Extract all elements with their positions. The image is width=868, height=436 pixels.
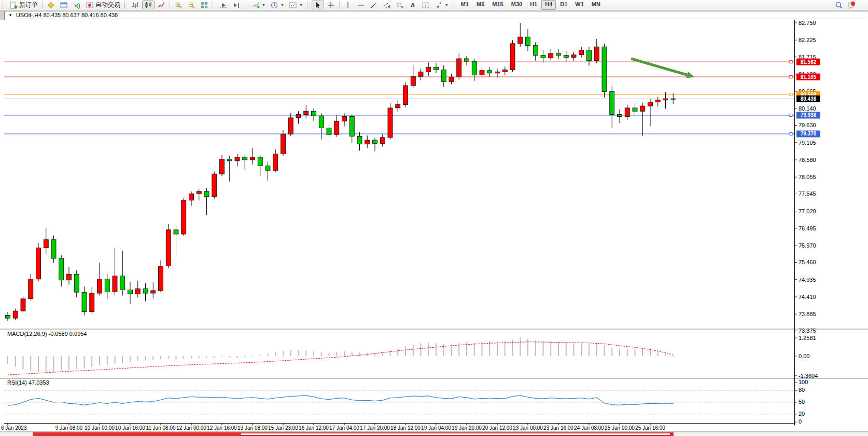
- svg-text:20 Jan 12:00: 20 Jan 12:00: [482, 425, 512, 431]
- chart-canvas[interactable]: 82.75082.22581.71581.19080.66580.14079.6…: [0, 20, 868, 431]
- auto-trading-label: 自动交易: [95, 1, 120, 9]
- text-icon: A: [409, 1, 417, 9]
- svg-text:13 Jan 08:00: 13 Jan 08:00: [237, 425, 268, 431]
- toolbar-grip[interactable]: [3, 2, 5, 9]
- auto-trading-icon: [86, 1, 94, 9]
- hline-handle[interactable]: [790, 132, 792, 135]
- svg-text:17 Jan 04:00: 17 Jan 04:00: [329, 425, 359, 431]
- bar-chart-mode-button[interactable]: [129, 1, 142, 9]
- timeframe-m30-button[interactable]: M30: [508, 0, 526, 10]
- svg-text:11 Jan 08:00: 11 Jan 08:00: [146, 425, 176, 431]
- timeframe-w1-button[interactable]: W1: [571, 0, 587, 10]
- crosshair-tool-button[interactable]: [325, 1, 337, 9]
- trendline-tool-button[interactable]: [368, 1, 380, 9]
- collapse-triangle-icon[interactable]: ▼: [8, 13, 12, 18]
- notifications-icon[interactable]: [847, 1, 856, 9]
- main-toolbar: 新订单 自动交易 ▼ ▼: [0, 0, 868, 10]
- svg-text:0.00: 0.00: [799, 353, 809, 359]
- auto-scroll-icon: [219, 1, 228, 9]
- auto-trading-button[interactable]: 自动交易: [83, 1, 122, 9]
- toolbar-separator: [42, 1, 43, 9]
- svg-text:78.055: 78.055: [799, 174, 816, 180]
- svg-text:20: 20: [799, 411, 805, 417]
- svg-text:19 Jan 20:00: 19 Jan 20:00: [452, 425, 482, 431]
- channel-tool-button[interactable]: E: [381, 1, 393, 9]
- chart-title: USOil-,H4 80.435 80.637 80.416 80.438: [16, 12, 118, 18]
- arrows-icon: [435, 1, 443, 9]
- signal-icon: [73, 1, 81, 9]
- auto-scroll-button[interactable]: [217, 1, 230, 9]
- svg-text:-1.3604: -1.3604: [799, 373, 818, 379]
- svg-text:1.2581: 1.2581: [799, 335, 816, 341]
- timeframes-menu-button[interactable]: ▼: [268, 1, 286, 9]
- timeframe-m5-button[interactable]: M5: [473, 0, 488, 10]
- toolbar-grip[interactable]: [124, 2, 127, 9]
- svg-text:50: 50: [799, 399, 805, 405]
- timeframe-m1-button[interactable]: M1: [457, 0, 472, 10]
- toolbar-grip[interactable]: [245, 2, 247, 9]
- line-chart-mode-button[interactable]: [155, 1, 167, 9]
- chevron-down-icon: ▼: [445, 3, 449, 7]
- arrows-tool-button[interactable]: ▼: [432, 1, 451, 9]
- background-window-pill: [240, 433, 670, 435]
- vertical-line-tool-button[interactable]: [342, 1, 354, 9]
- svg-text:75.970: 75.970: [799, 242, 816, 249]
- text-label-tool-button[interactable]: T: [419, 1, 432, 9]
- svg-text:74.410: 74.410: [799, 294, 816, 300]
- search-icon[interactable]: [835, 1, 843, 9]
- chart-shift-button[interactable]: [230, 1, 243, 9]
- svg-text:73.375: 73.375: [799, 328, 816, 334]
- timeframe-m15-button[interactable]: M15: [488, 0, 507, 10]
- svg-text:80.438: 80.438: [801, 96, 817, 102]
- svg-text:F: F: [401, 6, 403, 9]
- rsi-indicator-label: RSI(14) 47.0353: [7, 379, 49, 386]
- svg-text:12 Jan 00:00: 12 Jan 00:00: [176, 425, 206, 431]
- timeframe-h1-button[interactable]: H1: [526, 0, 541, 10]
- zoom-out-button[interactable]: [185, 1, 198, 9]
- hline-handle[interactable]: [790, 61, 792, 63]
- new-order-label: 新订单: [19, 1, 38, 9]
- fibonacci-tool-button[interactable]: F: [394, 1, 406, 9]
- svg-text:78.580: 78.580: [799, 157, 816, 163]
- toolbar-grip[interactable]: [213, 2, 215, 9]
- chevron-down-icon: ▼: [262, 3, 265, 7]
- hline-handle[interactable]: [790, 76, 792, 78]
- toolbar-grip[interactable]: [453, 2, 455, 9]
- hline-handle[interactable]: [790, 114, 792, 116]
- symbols-button[interactable]: [45, 1, 57, 9]
- text-tool-button[interactable]: A: [407, 1, 419, 9]
- chart-window-icon: [60, 1, 68, 9]
- svg-text:15 Jan 23:00: 15 Jan 23:00: [268, 425, 298, 431]
- cursor-icon: [314, 1, 322, 9]
- svg-text:79.105: 79.105: [799, 140, 816, 146]
- signals-button[interactable]: [71, 1, 83, 9]
- toolbar-grip[interactable]: [307, 2, 310, 9]
- clock-icon: [270, 1, 278, 9]
- horizontal-line-icon: [357, 1, 365, 9]
- trendline-icon: [370, 1, 378, 9]
- charts-button[interactable]: [58, 1, 70, 9]
- timeframe-d1-button[interactable]: D1: [556, 0, 571, 10]
- candlestick-mode-button[interactable]: [142, 1, 155, 9]
- svg-text:9 Jan 08:00: 9 Jan 08:00: [55, 425, 83, 431]
- svg-text:77.020: 77.020: [799, 208, 816, 214]
- timeframe-mn-button[interactable]: MN: [588, 0, 604, 10]
- timeframe-h4-button[interactable]: H4: [541, 0, 556, 10]
- templates-button[interactable]: ▼: [287, 1, 305, 9]
- tile-windows-button[interactable]: [198, 1, 211, 9]
- indicators-button[interactable]: ▼: [249, 1, 268, 9]
- new-order-icon: [9, 1, 18, 9]
- svg-text:12 Jan 16:00: 12 Jan 16:00: [207, 425, 237, 431]
- svg-text:25 Jan 16:00: 25 Jan 16:00: [635, 425, 665, 431]
- horizontal-line-tool-button[interactable]: [355, 1, 367, 9]
- chart-title-bar[interactable]: ▼ USOil-,H4 80.435 80.637 80.416 80.438: [5, 11, 867, 19]
- svg-text:77.545: 77.545: [799, 190, 816, 197]
- bar-chart-icon: [131, 1, 139, 9]
- cursor-tool-button[interactable]: [312, 1, 324, 9]
- svg-text:25 Jan 00:00: 25 Jan 00:00: [605, 425, 635, 431]
- hline-handle[interactable]: [790, 93, 792, 96]
- toolbar-separator: [170, 1, 170, 9]
- new-order-button[interactable]: 新订单: [7, 1, 40, 9]
- zoom-in-button[interactable]: [172, 1, 185, 9]
- svg-text:100: 100: [799, 379, 808, 385]
